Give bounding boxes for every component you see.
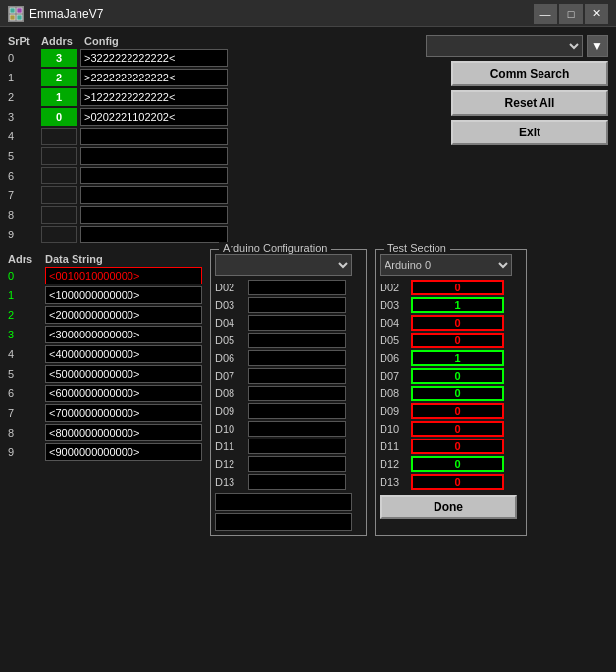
ds-data-field[interactable] [45,306,202,324]
ds-data-field[interactable] [45,443,202,461]
table-row: 21 [8,88,253,106]
ds-row: 4 [8,345,202,363]
ds-row-num: 4 [8,348,37,360]
arduino-pin-field[interactable] [248,474,346,490]
data-section: Adrs Data String 0123456789 [8,253,202,536]
addr-badge [41,226,77,243]
arduino-pin-label: D13 [215,476,244,488]
config-field[interactable] [80,147,228,165]
config-field[interactable] [80,206,228,224]
config-field[interactable] [80,167,228,184]
row-num: 3 [8,111,37,123]
test-pin-label: D11 [380,440,407,452]
ds-row-num: 9 [8,446,37,458]
test-pin-value: 0 [411,280,504,295]
main-combo[interactable] [426,35,583,57]
ds-data-field[interactable] [45,286,202,304]
arduino-pin-field[interactable] [248,315,346,331]
reset-all-button[interactable]: Reset All [451,90,608,116]
addr-badge [41,128,77,145]
test-pin-row: D040 [380,315,522,331]
title-bar-left: EmmaJaneV7 [8,6,103,22]
comm-search-button[interactable]: Comm Search [451,61,608,86]
test-pin-row: D050 [380,333,522,348]
arduino-pin-field[interactable] [248,280,346,295]
ds-row-num: 7 [8,407,37,419]
exit-button[interactable]: Exit [451,120,608,145]
test-pin-value: 0 [411,386,504,401]
arduino-pin-field[interactable] [248,368,346,384]
arduino-pin-field[interactable] [248,439,346,454]
ds-data-field[interactable] [45,365,202,383]
ds-data-field[interactable] [45,267,202,284]
addr-badge: 2 [41,69,77,86]
test-combo[interactable]: Arduino 0 [380,254,512,276]
row-num: 8 [8,209,37,221]
arduino-pin-field[interactable] [248,386,346,401]
test-pin-label: D08 [380,388,407,399]
config-field[interactable] [80,108,228,126]
test-pin-row: D090 [380,403,522,419]
arduino-bottom-field-1[interactable] [215,493,352,511]
test-pin-value: 0 [411,456,504,472]
table-row: 7 [8,186,253,204]
ds-data-field[interactable] [45,404,202,422]
row-num: 6 [8,170,37,181]
ds-data-field[interactable] [45,424,202,441]
arduino-pin-label: D03 [215,299,244,311]
ds-row: 7 [8,404,202,422]
combo-dropdown-btn[interactable]: ▼ [587,35,608,57]
arduino-pin-row: D07 [215,368,362,384]
arduino-pin-label: D04 [215,317,244,329]
ds-row-num: 5 [8,368,37,380]
config-field[interactable] [80,226,228,243]
test-pin-row: D061 [380,350,522,366]
ds-row: 5 [8,365,202,383]
config-field[interactable] [80,128,228,145]
close-button[interactable]: ✕ [585,4,608,24]
arduino-pin-row: D09 [215,403,362,419]
arduino-pin-field[interactable] [248,333,346,348]
arduino-bottom-field-2[interactable] [215,513,352,531]
top-row: SrPt Addrs Config 03122130456789 ▼ Comm … [8,35,608,245]
arduino-combo[interactable] [215,254,352,276]
ds-row: 2 [8,306,202,324]
bottom-area: Adrs Data String 0123456789 Arduino Conf… [8,249,608,536]
test-pin-row: D100 [380,421,522,437]
arduino-pin-label: D10 [215,423,244,435]
ds-data-field[interactable] [45,385,202,402]
test-pin-label: D02 [380,282,407,293]
test-pin-value: 0 [411,333,504,348]
config-field[interactable] [80,49,228,67]
done-button[interactable]: Done [380,495,517,519]
arduino-pin-field[interactable] [248,350,346,366]
ds-row-num: 6 [8,388,37,399]
config-field[interactable] [80,186,228,204]
arduino-pin-field[interactable] [248,403,346,419]
arduino-pin-row: D02 [215,280,362,295]
arduino-pin-field[interactable] [248,456,346,472]
minimize-button[interactable]: — [534,4,557,24]
table-row: 8 [8,206,253,224]
arduino-pin-field[interactable] [248,297,346,313]
ds-header-data: Data String [45,253,202,265]
test-pin-row: D120 [380,456,522,472]
row-num: 4 [8,130,37,142]
ds-data-field[interactable] [45,345,202,363]
app-title: EmmaJaneV7 [29,7,103,21]
arduino-pin-field[interactable] [248,421,346,437]
row-num: 0 [8,52,37,64]
test-pin-row: D070 [380,368,522,384]
config-field[interactable] [80,88,228,106]
ds-row: 1 [8,286,202,304]
arduino-pin-label: D08 [215,388,244,399]
arduino-pin-row: D10 [215,421,362,437]
ds-data-field[interactable] [45,326,202,343]
arduino-pin-row: D11 [215,439,362,454]
test-pin-row: D031 [380,297,522,313]
maximize-button[interactable]: □ [559,4,583,24]
ds-row-num: 0 [8,270,37,282]
config-field[interactable] [80,69,228,86]
config-table: SrPt Addrs Config 03122130456789 [8,35,253,245]
header-srpt: SrPt [8,35,37,47]
